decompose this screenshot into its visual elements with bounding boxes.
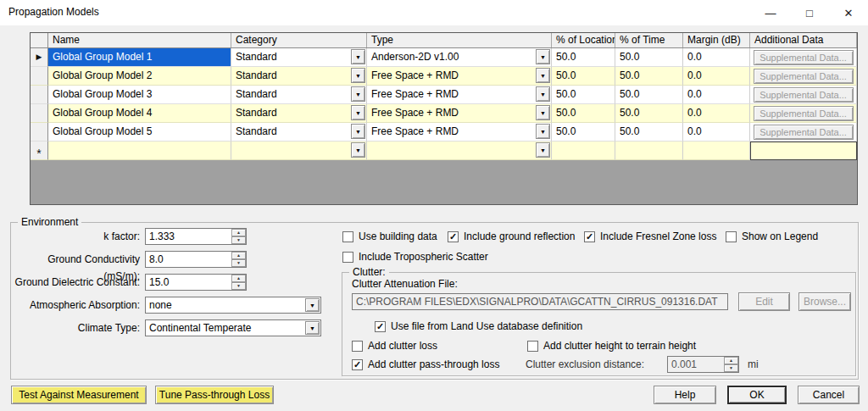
cell-margin[interactable]: 0.0 (683, 104, 750, 123)
clutter-file-input[interactable] (353, 294, 727, 309)
cell-category[interactable]: Standard▼ (231, 86, 367, 104)
column-header-category[interactable]: Category (231, 33, 367, 47)
spin-up-button[interactable]: ▲ (231, 229, 246, 236)
row-gutter[interactable] (31, 104, 48, 123)
row-gutter[interactable]: ▶ (31, 48, 48, 67)
category-dropdown-button[interactable]: ▼ (351, 49, 365, 64)
column-header-name[interactable]: Name (48, 33, 231, 47)
category-dropdown-button[interactable]: ▼ (351, 86, 365, 102)
cell-pct-time[interactable] (615, 142, 683, 160)
clutter-exclusion-distance-input[interactable] (668, 357, 723, 372)
tune-pass-through-loss-button[interactable]: Tune Pass-through Loss (155, 386, 274, 404)
minimize-button[interactable]: — (751, 0, 790, 25)
add-clutter-pass-through-loss-checkbox[interactable]: ✓ Add clutter pass-through loss (352, 358, 499, 370)
climate-type-select[interactable]: Continental Temperate ▼ (145, 319, 321, 336)
cell-margin[interactable]: 0.0 (683, 123, 750, 142)
add-clutter-height-checkbox[interactable]: Add clutter height to terrain height (527, 340, 696, 352)
cell-name[interactable] (48, 142, 231, 160)
cell-name[interactable]: Global Group Model 4 (48, 104, 231, 123)
cell-name[interactable]: Global Group Model 3 (48, 86, 231, 104)
column-header-margin[interactable]: Margin (dB) (683, 33, 750, 47)
help-button[interactable]: Help (654, 386, 716, 404)
cell-name[interactable]: Global Group Model 5 (48, 123, 231, 142)
spin-down-button[interactable]: ▼ (231, 282, 246, 290)
spin-down-button[interactable]: ▼ (231, 236, 246, 244)
type-dropdown-button[interactable]: ▼ (536, 124, 550, 139)
row-gutter[interactable] (31, 67, 48, 86)
cell-type[interactable]: Anderson-2D v1.00▼ (367, 48, 552, 67)
supplemental-data-button[interactable]: Supplemental Data... (754, 50, 854, 65)
supplemental-data-button[interactable]: Supplemental Data... (754, 87, 854, 103)
cell-pct-location[interactable]: 50.0 (552, 86, 615, 104)
cell-name[interactable]: Global Group Model 1 (48, 48, 231, 67)
close-button[interactable]: ✕ (829, 0, 868, 25)
test-against-measurement-button[interactable]: Test Against Measurement (11, 386, 147, 404)
category-dropdown-button[interactable]: ▼ (351, 142, 365, 158)
type-dropdown-button[interactable]: ▼ (536, 105, 550, 120)
spin-down-button[interactable]: ▼ (724, 364, 738, 372)
category-dropdown-button[interactable]: ▼ (351, 68, 365, 83)
cell-category[interactable]: ▼ (231, 142, 367, 160)
cell-pct-location[interactable]: 50.0 (552, 104, 615, 123)
spin-down-button[interactable]: ▼ (231, 259, 246, 267)
row-gutter[interactable] (31, 86, 48, 104)
cell-pct-time[interactable]: 50.0 (615, 67, 683, 86)
use-building-data-checkbox[interactable]: Use building data (342, 230, 437, 242)
cell-type[interactable]: Free Space + RMD▼ (367, 104, 552, 123)
row-gutter[interactable]: * (31, 142, 48, 160)
include-ground-reflection-checkbox[interactable]: ✓ Include ground reflection (448, 230, 575, 242)
supplemental-data-button[interactable]: Supplemental Data... (754, 69, 854, 84)
category-dropdown-button[interactable]: ▼ (351, 105, 365, 120)
spin-up-button[interactable]: ▲ (231, 275, 246, 282)
type-dropdown-button[interactable]: ▼ (536, 49, 550, 64)
cell-margin[interactable]: 0.0 (683, 48, 750, 67)
type-dropdown-button[interactable]: ▼ (536, 86, 550, 102)
column-header-pct-location[interactable]: % of Location (552, 33, 615, 47)
include-tropospheric-scatter-checkbox[interactable]: Include Tropospheric Scatter (342, 251, 488, 263)
spin-up-button[interactable]: ▲ (724, 357, 738, 364)
type-dropdown-button[interactable]: ▼ (536, 142, 550, 158)
spin-up-button[interactable]: ▲ (231, 252, 246, 259)
cell-pct-time[interactable]: 50.0 (615, 123, 683, 142)
climate-type-dropdown-button[interactable]: ▼ (305, 321, 320, 335)
cell-name[interactable]: Global Group Model 2 (48, 67, 231, 86)
cell-pct-location[interactable] (552, 142, 615, 160)
cell-pct-location[interactable]: 50.0 (552, 123, 615, 142)
column-header-additional-data[interactable]: Additional Data (750, 33, 857, 47)
edit-button[interactable]: Edit (738, 292, 790, 311)
cell-margin[interactable]: 0.0 (683, 67, 750, 86)
k-factor-input[interactable] (146, 229, 231, 244)
maximize-button[interactable]: □ (790, 0, 829, 25)
ok-button[interactable]: OK (727, 386, 787, 404)
cell-pct-time[interactable]: 50.0 (615, 86, 683, 104)
supplemental-data-button[interactable]: Supplemental Data... (754, 106, 854, 121)
cell-type[interactable]: Free Space + RMD▼ (367, 67, 552, 86)
include-fresnel-zone-loss-checkbox[interactable]: ✓ Include Fresnel Zone loss (584, 230, 716, 242)
cell-pct-location[interactable]: 50.0 (552, 67, 615, 86)
category-dropdown-button[interactable]: ▼ (351, 124, 365, 139)
show-on-legend-checkbox[interactable]: Show on Legend (726, 230, 818, 242)
ground-conductivity-input[interactable] (146, 252, 231, 267)
cell-category[interactable]: Standard▼ (231, 104, 367, 123)
add-clutter-loss-checkbox[interactable]: Add clutter loss (352, 340, 437, 352)
ground-dielectric-input[interactable] (146, 275, 231, 290)
cell-type[interactable]: ▼ (367, 142, 552, 160)
cancel-button[interactable]: Cancel (798, 386, 860, 404)
type-dropdown-button[interactable]: ▼ (536, 68, 550, 83)
cell-category[interactable]: Standard▼ (231, 48, 367, 67)
atmospheric-absorption-select[interactable]: none ▼ (145, 297, 321, 314)
cell-pct-location[interactable]: 50.0 (552, 48, 615, 67)
cell-margin[interactable] (683, 142, 750, 160)
cell-type[interactable]: Free Space + RMD▼ (367, 123, 552, 142)
column-header-type[interactable]: Type (367, 33, 552, 47)
supplemental-data-button[interactable]: Supplemental Data... (754, 125, 854, 140)
cell-pct-time[interactable]: 50.0 (615, 48, 683, 67)
cell-additional-data[interactable] (750, 142, 857, 160)
browse-button[interactable]: Browse... (798, 292, 851, 311)
cell-pct-time[interactable]: 50.0 (615, 104, 683, 123)
atmospheric-absorption-dropdown-button[interactable]: ▼ (305, 298, 320, 312)
cell-type[interactable]: Free Space + RMD▼ (367, 86, 552, 104)
use-file-from-land-use-checkbox[interactable]: ✓ Use file from Land Use database defini… (375, 320, 582, 332)
cell-category[interactable]: Standard▼ (231, 123, 367, 142)
cell-margin[interactable]: 0.0 (683, 86, 750, 104)
